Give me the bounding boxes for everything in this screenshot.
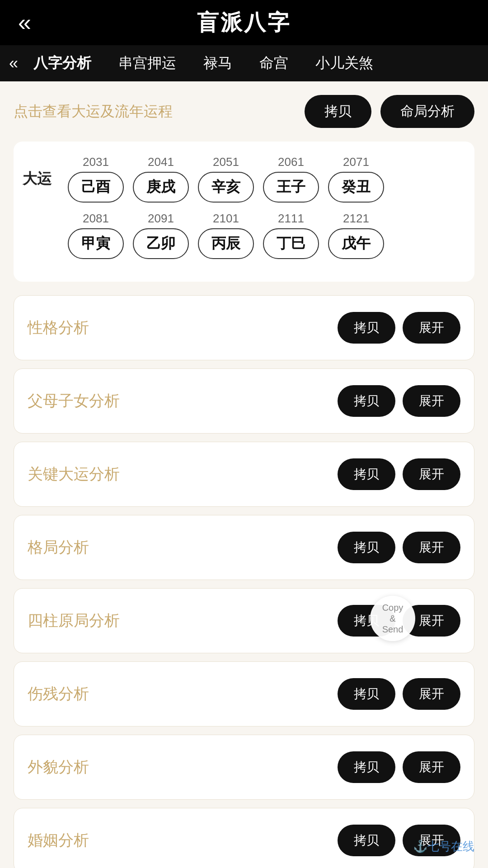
dayun-item-7[interactable]: 2091 乙卯 [133, 212, 189, 259]
copy-btn-4[interactable]: 拷贝 [338, 532, 395, 563]
dayun-year-9: 2111 [278, 212, 304, 226]
copy-send-popup: Copy & Send [370, 596, 415, 641]
dayun-year-3: 2051 [213, 155, 239, 169]
dayun-row-1: 大运 2031 己酉 2041 庚戌 2051 辛亥 2061 王子 [23, 155, 465, 203]
dayun-item-2[interactable]: 2041 庚戌 [133, 155, 189, 203]
dayun-item-9[interactable]: 2111 丁巳 [263, 212, 319, 259]
copy-btn-2[interactable]: 拷贝 [338, 385, 395, 417]
analysis-item-6: 伤残分析 拷贝 展开 [14, 661, 474, 726]
dayun-row-2: 2081 甲寅 2091 乙卯 2101 丙辰 2111 丁巳 2121 戊 [23, 212, 465, 259]
nav-tabs: « 八字分析 串宫押运 禄马 命宫 小儿关煞 [0, 45, 488, 81]
header: « 盲派八字 [0, 0, 488, 45]
copy-btn-7[interactable]: 拷贝 [338, 751, 395, 783]
dayun-section: 大运 2031 己酉 2041 庚戌 2051 辛亥 2061 王子 [14, 142, 474, 282]
analysis-actions-5: Copy & Send 拷贝 展开 [338, 605, 460, 637]
analysis-item-1: 性格分析 拷贝 展开 [14, 295, 474, 360]
analysis-button[interactable]: 命局分析 [380, 95, 474, 128]
analysis-item-3: 关键大运分析 拷贝 展开 [14, 442, 474, 507]
dayun-year-7: 2091 [148, 212, 174, 226]
dayun-item-5[interactable]: 2071 癸丑 [328, 155, 384, 203]
analysis-actions-1: 拷贝 展开 [338, 312, 460, 344]
dayun-year-6: 2081 [83, 212, 109, 226]
analysis-actions-6: 拷贝 展开 [338, 678, 460, 710]
dayun-ganzhi-5: 癸丑 [328, 172, 384, 203]
copy-btn-8[interactable]: 拷贝 [338, 825, 395, 856]
analysis-item-8: 婚姻分析 拷贝 展开 [14, 808, 474, 868]
hint-text[interactable]: 点击查看大运及流年运程 [14, 102, 173, 122]
main-content: 点击查看大运及流年运程 拷贝 命局分析 大运 2031 己酉 2041 庚戌 2… [0, 81, 488, 868]
expand-btn-1[interactable]: 展开 [403, 312, 460, 344]
dayun-ganzhi-1: 己酉 [68, 172, 124, 203]
dayun-ganzhi-7: 乙卯 [133, 228, 189, 259]
dayun-year-5: 2071 [343, 155, 369, 169]
back-button[interactable]: « [18, 9, 31, 36]
dayun-year-2: 2041 [148, 155, 174, 169]
analysis-label-5: 四柱原局分析 [28, 610, 120, 631]
analysis-item-2: 父母子女分析 拷贝 展开 [14, 368, 474, 434]
tab-bazhi-analysis[interactable]: 八字分析 [20, 49, 105, 78]
expand-btn-7[interactable]: 展开 [403, 751, 460, 783]
dayun-item-4[interactable]: 2061 王子 [263, 155, 319, 203]
dayun-year-8: 2101 [213, 212, 239, 226]
analysis-label-4: 格局分析 [28, 537, 89, 558]
analysis-actions-2: 拷贝 展开 [338, 385, 460, 417]
dayun-items-row2: 2081 甲寅 2091 乙卯 2101 丙辰 2111 丁巳 2121 戊 [68, 212, 384, 259]
copy-button[interactable]: 拷贝 [305, 95, 371, 128]
dayun-ganzhi-8: 丙辰 [198, 228, 254, 259]
analysis-label-3: 关键大运分析 [28, 464, 120, 485]
dayun-ganzhi-3: 辛亥 [198, 172, 254, 203]
expand-btn-4[interactable]: 展开 [403, 532, 460, 563]
analysis-label-8: 婚姻分析 [28, 830, 89, 851]
dayun-item-10[interactable]: 2121 戊午 [328, 212, 384, 259]
dayun-ganzhi-2: 庚戌 [133, 172, 189, 203]
expand-btn-3[interactable]: 展开 [403, 458, 460, 490]
analysis-label-2: 父母子女分析 [28, 391, 120, 411]
analysis-label-1: 性格分析 [28, 317, 89, 338]
expand-btn-2[interactable]: 展开 [403, 385, 460, 417]
dayun-ganzhi-4: 王子 [263, 172, 319, 203]
analysis-item-5: 四柱原局分析 Copy & Send 拷贝 展开 [14, 588, 474, 653]
copy-btn-3[interactable]: 拷贝 [338, 458, 395, 490]
tab-xiaoer[interactable]: 小儿关煞 [302, 49, 387, 78]
copy-btn-1[interactable]: 拷贝 [338, 312, 395, 344]
expand-btn-6[interactable]: 展开 [403, 678, 460, 710]
analysis-label-7: 外貌分析 [28, 757, 89, 778]
dayun-year-1: 2031 [83, 155, 109, 169]
dayun-ganzhi-9: 丁巳 [263, 228, 319, 259]
analysis-item-4: 格局分析 拷贝 展开 [14, 515, 474, 580]
nav-back-icon[interactable]: « [9, 54, 18, 73]
tab-minggong[interactable]: 命宫 [246, 49, 302, 78]
dayun-year-10: 2121 [343, 212, 369, 226]
analysis-actions-7: 拷贝 展开 [338, 751, 460, 783]
tab-chuangong[interactable]: 串宫押运 [105, 49, 190, 78]
analysis-item-7: 外貌分析 拷贝 展开 [14, 735, 474, 800]
analysis-label-6: 伤残分析 [28, 684, 89, 704]
analysis-actions-3: 拷贝 展开 [338, 458, 460, 490]
dayun-item-3[interactable]: 2051 辛亥 [198, 155, 254, 203]
copy-btn-6[interactable]: 拷贝 [338, 678, 395, 710]
top-action-row: 点击查看大运及流年运程 拷贝 命局分析 [14, 95, 474, 128]
dayun-item-1[interactable]: 2031 己酉 [68, 155, 124, 203]
dayun-label: 大运 [23, 169, 59, 189]
top-buttons: 拷贝 命局分析 [305, 95, 474, 128]
dayun-item-6[interactable]: 2081 甲寅 [68, 212, 124, 259]
dayun-ganzhi-10: 戊午 [328, 228, 384, 259]
dayun-year-4: 2061 [278, 155, 304, 169]
tab-luma[interactable]: 禄马 [190, 49, 246, 78]
dayun-item-8[interactable]: 2101 丙辰 [198, 212, 254, 259]
page-title: 盲派八字 [197, 8, 291, 37]
dayun-items-row1: 2031 己酉 2041 庚戌 2051 辛亥 2061 王子 2071 癸 [68, 155, 384, 203]
dayun-ganzhi-6: 甲寅 [68, 228, 124, 259]
analysis-list: 性格分析 拷贝 展开 父母子女分析 拷贝 展开 关键大运分析 拷贝 展开 格局分… [14, 295, 474, 868]
watermark: ⚓七号在线 [413, 839, 474, 854]
analysis-actions-4: 拷贝 展开 [338, 532, 460, 563]
